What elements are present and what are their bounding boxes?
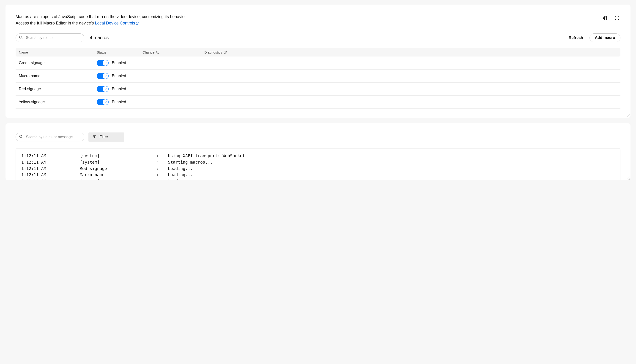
intro-line-1: Macros are snippets of JavaScript code t… xyxy=(16,14,268,20)
log-source: Macro name xyxy=(80,172,156,178)
status-toggle[interactable] xyxy=(97,60,109,66)
svg-point-2 xyxy=(617,17,617,18)
macros-toolbar: 4 macros Refresh Add macro xyxy=(16,34,620,42)
log-row: 1:12:11 AM[system]›Starting macros... xyxy=(21,159,615,166)
macro-count: 4 macros xyxy=(90,35,109,40)
table-header: Name Status Change Diagnostics xyxy=(16,48,620,56)
status-label: Enabled xyxy=(112,61,126,65)
macro-name: Green-signage xyxy=(19,61,97,65)
log-row: 1:12:11 AMGreen-signage›Loading... xyxy=(21,178,615,180)
macro-status-cell: Enabled xyxy=(97,73,142,79)
table-row: Macro nameEnabled xyxy=(16,70,620,82)
external-link-icon xyxy=(136,20,139,27)
log-message: Loading... xyxy=(168,172,615,178)
status-label: Enabled xyxy=(112,87,126,91)
chevron-right-icon: › xyxy=(156,178,168,180)
col-header-name: Name xyxy=(19,50,97,54)
refresh-button[interactable]: Refresh xyxy=(568,34,584,42)
macro-status-cell: Enabled xyxy=(97,86,142,92)
macro-status-cell: Enabled xyxy=(97,99,142,105)
filter-button[interactable]: Filter xyxy=(88,132,124,142)
log-message: Loading... xyxy=(168,166,615,172)
col-header-change-label: Change xyxy=(142,50,155,54)
log-time: 1:12:11 AM xyxy=(21,178,80,180)
local-device-controls-link[interactable]: Local Device Controls xyxy=(95,21,139,26)
table-row: Yellow-signageEnabled xyxy=(16,96,620,109)
log-output: 1:12:11 AM[system]›Using XAPI transport:… xyxy=(16,148,620,180)
intro-line-2: Access the full Macro Editor in the devi… xyxy=(16,20,268,27)
intro-text: Macros are snippets of JavaScript code t… xyxy=(16,14,268,27)
header-actions xyxy=(602,15,620,22)
info-button[interactable] xyxy=(613,15,620,22)
resize-handle[interactable] xyxy=(627,114,630,117)
log-message: Using XAPI transport: WebSocket xyxy=(168,152,615,159)
log-source: Red-signage xyxy=(80,166,156,172)
info-icon[interactable] xyxy=(224,50,227,54)
log-toolbar: Filter xyxy=(16,132,620,142)
log-message: Loading... xyxy=(168,178,615,180)
info-icon xyxy=(614,16,619,21)
log-source: [system] xyxy=(80,152,156,159)
col-header-diagnostics-label: Diagnostics xyxy=(204,50,222,54)
search-input[interactable] xyxy=(16,34,84,42)
log-time: 1:12:11 AM xyxy=(21,166,80,172)
macro-status-cell: Enabled xyxy=(97,60,142,66)
log-panel: Filter 1:12:11 AM[system]›Using XAPI tra… xyxy=(6,123,630,180)
log-row: 1:12:11 AMMacro name›Loading... xyxy=(21,172,615,178)
col-header-status: Status xyxy=(97,50,142,54)
col-header-change: Change xyxy=(142,50,204,54)
link-text: Local Device Controls xyxy=(95,21,135,26)
log-search-input[interactable] xyxy=(16,133,84,142)
info-icon[interactable] xyxy=(156,50,159,54)
add-macro-button[interactable]: Add macro xyxy=(589,34,620,42)
log-row: 1:12:11 AMRed-signage›Loading... xyxy=(21,166,615,172)
svg-point-11 xyxy=(225,52,225,52)
resize-handle[interactable] xyxy=(627,176,630,180)
log-time: 1:12:11 AM xyxy=(21,152,80,159)
announce-button[interactable] xyxy=(602,15,608,22)
log-time: 1:12:11 AM xyxy=(21,172,80,178)
log-time: 1:12:11 AM xyxy=(21,159,80,166)
megaphone-icon xyxy=(602,16,607,21)
search-wrap xyxy=(16,34,84,42)
table-row: Red-signageEnabled xyxy=(16,82,620,96)
chevron-right-icon: › xyxy=(156,152,168,159)
macro-name: Yellow-signage xyxy=(19,100,97,104)
status-label: Enabled xyxy=(112,74,126,78)
filter-icon xyxy=(93,135,96,140)
col-header-diagnostics: Diagnostics xyxy=(204,50,617,54)
macro-name: Red-signage xyxy=(19,87,97,91)
log-row: 1:12:11 AM[system]›Using XAPI transport:… xyxy=(21,152,615,159)
log-source: [system] xyxy=(80,159,156,166)
chevron-right-icon: › xyxy=(156,172,168,178)
intro-line-2-prefix: Access the full Macro Editor in the devi… xyxy=(16,21,95,26)
status-label: Enabled xyxy=(112,100,126,104)
status-toggle[interactable] xyxy=(97,86,109,92)
svg-point-8 xyxy=(157,52,158,52)
log-message: Starting macros... xyxy=(168,159,615,166)
log-source: Green-signage xyxy=(80,178,156,180)
macro-name: Macro name xyxy=(19,74,97,78)
status-toggle[interactable] xyxy=(97,73,109,79)
chevron-right-icon: › xyxy=(156,166,168,172)
macros-panel: Macros are snippets of JavaScript code t… xyxy=(6,4,630,118)
filter-label: Filter xyxy=(99,135,108,139)
status-toggle[interactable] xyxy=(97,99,109,105)
log-search-wrap xyxy=(16,133,84,142)
chevron-right-icon: › xyxy=(156,159,168,166)
svg-line-3 xyxy=(137,22,139,24)
macro-table-body: Green-signageEnabledMacro nameEnabledRed… xyxy=(16,56,620,109)
table-row: Green-signageEnabled xyxy=(16,56,620,70)
